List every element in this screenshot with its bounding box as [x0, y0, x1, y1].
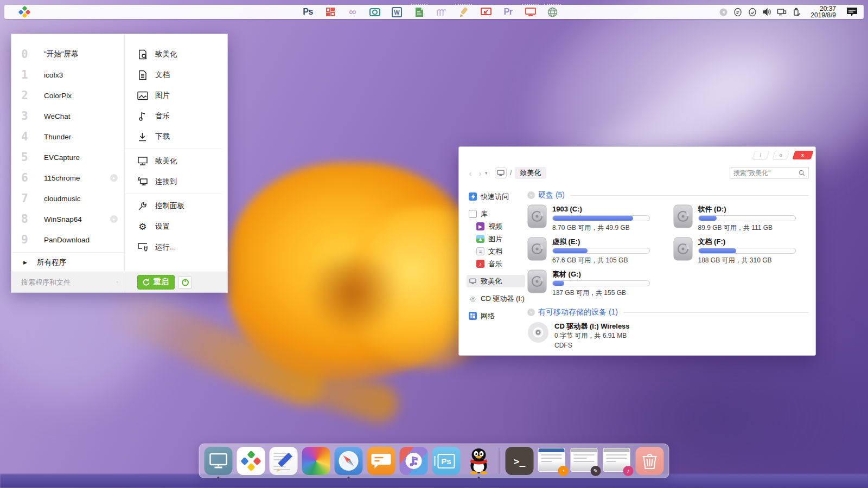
all-programs-button[interactable]: ▶所有程序 — [11, 252, 124, 272]
dock-finder-monitor[interactable] — [205, 447, 233, 475]
camera-icon[interactable] — [368, 6, 381, 18]
sidebar-libraries[interactable]: 库 — [467, 208, 525, 220]
start-item-evcapture[interactable]: 5EVCapture — [11, 147, 124, 168]
hidden-icons-icon[interactable] — [718, 7, 728, 17]
sidebar-documents[interactable]: ≡ 文档 — [474, 245, 525, 258]
dock-window-preview-2[interactable]: ✎ — [571, 447, 599, 475]
sidebar-network[interactable]: 网络 — [467, 310, 525, 322]
start-item-cloudmusic[interactable]: 7cloudmusic — [11, 188, 124, 209]
forward-button[interactable]: › — [475, 169, 485, 178]
dock-trash[interactable] — [636, 447, 664, 475]
dock-window-preview-3[interactable]: ♪ — [603, 447, 631, 475]
dock-notes-pencil[interactable] — [270, 447, 298, 475]
sidebar-videos[interactable]: ▶ 视频 — [474, 220, 525, 233]
volume-icon[interactable] — [762, 7, 772, 17]
power-button[interactable] — [178, 276, 192, 289]
dock-clover-launcher[interactable] — [237, 447, 265, 475]
picture-icon — [137, 90, 149, 101]
drive-f[interactable]: 文档 (F:) 188 GB 可用，共 310 GB — [673, 237, 809, 269]
start-item-115chrome[interactable]: 6115chrome▸ — [11, 168, 124, 188]
start-item-pandownload[interactable]: 9PanDownload — [11, 229, 124, 250]
start-menu-program-list: 0"开始"屏幕 1icofx3 2ColorPix 3WeChat 4Thund… — [11, 34, 125, 272]
section-harddisks-header[interactable]: ˅ 硬盘 (5) — [527, 190, 809, 200]
start-item-icofx3[interactable]: 1icofx3 — [11, 65, 124, 85]
action-center-icon[interactable] — [846, 7, 858, 17]
breadcrumb-current[interactable]: 致美化 — [515, 167, 546, 179]
start-search-input[interactable] — [21, 278, 117, 286]
start-place-downloads[interactable]: 下载 — [125, 126, 227, 147]
start-place-control-panel[interactable]: 控制面板 — [125, 196, 227, 216]
drive-d[interactable]: 软件 (D:) 89.9 GB 可用，共 111 GB — [673, 204, 809, 237]
trash-icon — [641, 452, 659, 470]
sidebar-pictures[interactable]: ▲ 图片 — [474, 233, 525, 245]
start-item-winsnap64[interactable]: 8WinSnap64▸ — [11, 209, 124, 229]
start-item-colorpix[interactable]: 2ColorPix — [11, 85, 124, 106]
dock-photos-mosaic[interactable] — [302, 447, 330, 475]
maximize-button[interactable]: o — [772, 151, 789, 159]
compass-icon — [338, 450, 360, 472]
brush-icon[interactable] — [457, 6, 470, 18]
explorer-search-box[interactable] — [730, 167, 809, 179]
section-removable-header[interactable]: ˅ 有可移动存储的设备 (1) — [527, 307, 809, 317]
network-icon[interactable] — [777, 7, 787, 17]
sidebar-quick-access[interactable]: 快速访问 — [467, 190, 525, 203]
this-pc-icon — [469, 277, 477, 285]
usb-safe-remove-icon[interactable] — [792, 7, 801, 17]
start-place-connect-to[interactable]: 连接到 — [125, 171, 227, 192]
back-button[interactable]: ‹ — [465, 169, 475, 178]
start-place-pictures[interactable]: 图片 — [125, 85, 227, 106]
drive-c[interactable]: 1903 (C:) 8.70 GB 可用，共 49.9 GB — [527, 204, 663, 237]
sidebar-music[interactable]: ♪ 音乐 — [474, 258, 525, 270]
green-document-icon[interactable] — [413, 6, 425, 18]
dock-window-preview-1[interactable]: ◔ — [538, 447, 566, 475]
clover-logo-icon[interactable] — [18, 6, 30, 18]
drive-e[interactable]: 虚拟 (E:) 67.6 GB 可用，共 105 GB — [527, 237, 663, 269]
dock-messages-bubble[interactable] — [367, 447, 395, 475]
dock-qq-penguin[interactable] — [465, 447, 493, 475]
qq-check-icon[interactable] — [748, 7, 757, 17]
this-pc-icon[interactable] — [495, 168, 507, 178]
dock-music-player[interactable] — [400, 447, 428, 475]
start-place-documents[interactable]: 文档 — [125, 65, 227, 85]
drive-g[interactable]: 素材 (G:) 137 GB 可用，共 155 GB — [527, 269, 663, 302]
start-search-box[interactable] — [11, 272, 125, 292]
start-item-thunder[interactable]: 4Thunder — [11, 126, 124, 147]
claw-m-icon[interactable] — [435, 6, 448, 18]
divider — [125, 149, 222, 149]
start-place-music[interactable]: 音乐 — [125, 106, 227, 126]
globe-icon[interactable] — [546, 6, 559, 18]
dock-safari-compass[interactable] — [335, 447, 363, 475]
history-dropdown-icon[interactable]: ▾ — [485, 170, 493, 176]
minimize-button[interactable]: / — [752, 151, 769, 159]
display-icon[interactable] — [524, 6, 537, 18]
word-icon[interactable]: W — [391, 6, 403, 18]
close-button[interactable]: x — [792, 151, 813, 159]
dock-terminal[interactable]: >_ — [506, 447, 534, 475]
start-item-wechat[interactable]: 3WeChat — [11, 106, 124, 126]
start-place-user-folder[interactable]: 致美化 — [125, 44, 227, 65]
cd-drive-item[interactable]: CD 驱动器 (I:) Wireless 0 字节 可用，共 6.91 MB C… — [527, 322, 809, 349]
start-menu: 0"开始"屏幕 1icofx3 2ColorPix 3WeChat 4Thund… — [11, 34, 228, 293]
start-place-computer[interactable]: 致美化 — [125, 151, 227, 171]
qq-chat-icon[interactable] — [733, 7, 743, 17]
infinity-icon[interactable]: ∞ — [346, 6, 359, 18]
videos-icon: ▶ — [476, 222, 484, 230]
running-indicator — [348, 477, 350, 479]
restart-icon — [142, 278, 150, 286]
start-place-run[interactable]: 运行... — [125, 237, 227, 258]
photoshop-icon[interactable]: Ps — [302, 6, 314, 18]
premiere-icon[interactable]: Pr — [502, 6, 514, 18]
grid-blocks-icon[interactable] — [324, 6, 336, 18]
start-item-start-screen[interactable]: 0"开始"屏幕 — [11, 44, 124, 65]
dock-photoshop[interactable]: Ps — [432, 447, 461, 475]
digit-5-icon: 5 — [21, 151, 37, 164]
gear-icon: ⚙ — [137, 221, 149, 232]
screen-capture-icon[interactable] — [480, 6, 492, 18]
explorer-sidebar: 快速访问 库 ▶ 视频 ▲ 图片 ≡ 文档 — [459, 183, 525, 355]
dock: Ps >_ ◔ ✎ ♪ — [199, 444, 669, 478]
sidebar-cd-drive[interactable]: ◎ CD 驱动器 (I:) — [467, 292, 525, 305]
explorer-search-input[interactable] — [733, 169, 799, 177]
restart-button[interactable]: 重启 — [137, 275, 175, 290]
start-place-settings[interactable]: ⚙ 设置 — [125, 216, 227, 237]
sidebar-this-pc[interactable]: 致美化 — [467, 275, 525, 287]
